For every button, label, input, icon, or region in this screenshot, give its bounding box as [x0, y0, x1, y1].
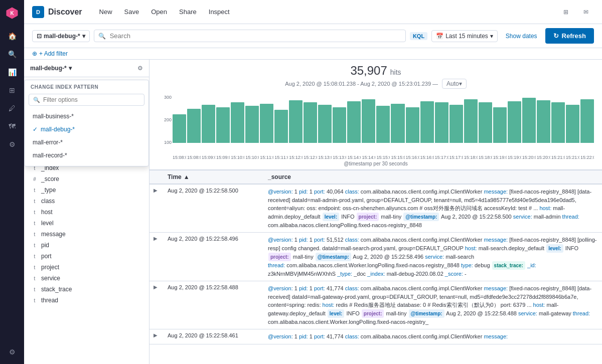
nav-visualize-icon[interactable]: 📊	[4, 64, 20, 80]
nav-settings-icon[interactable]: ⚙	[4, 344, 20, 360]
source-val: Aug 2, 2020 @ 15:22:58.496	[352, 254, 425, 260]
nav-canvas-icon[interactable]: 🖊	[4, 100, 20, 116]
y-label-0: 300	[158, 95, 172, 100]
chart-bar-4[interactable]	[231, 102, 244, 143]
chart-bar-16[interactable]	[406, 107, 419, 143]
nav-ml-icon[interactable]: ⚙	[4, 136, 20, 152]
chart-bar-24[interactable]	[522, 98, 536, 143]
chart-bar-18[interactable]	[435, 102, 448, 143]
auto-selector[interactable]: Auto ▾	[442, 79, 467, 89]
chart-x-label-23: 15:19:00	[508, 155, 521, 160]
chart-bar-20[interactable]	[464, 99, 478, 143]
index-option-2[interactable]: mall-error-*	[29, 136, 144, 149]
field-type-t7-icon: t	[31, 243, 38, 248]
row-expand-0[interactable]: ▶	[154, 188, 168, 193]
source-key: @version:	[268, 189, 293, 195]
field-service[interactable]: t service	[28, 273, 145, 284]
source-val: 1	[293, 333, 299, 339]
row-time-0: Aug 2, 2020 @ 15:22:58.500	[168, 188, 268, 194]
dashboard-icon[interactable]: ⊞	[558, 4, 574, 20]
sidebar-index-name[interactable]: mall-debug-* ▾	[30, 65, 72, 72]
chart-x-label-16: 15:16:00	[406, 155, 419, 160]
chart-bar-25[interactable]	[537, 100, 550, 143]
row-expand-3[interactable]: ▶	[154, 332, 168, 338]
field-port[interactable]: t port	[28, 251, 145, 262]
nav-dashboard-icon[interactable]: ⊞	[4, 82, 20, 98]
index-option-0[interactable]: mall-business-*	[29, 110, 144, 123]
row-expand-2[interactable]: ▶	[154, 284, 168, 290]
chart-bar-22[interactable]	[493, 107, 507, 143]
field-level[interactable]: t level	[28, 218, 145, 229]
source-val: 40,064	[325, 189, 345, 195]
refresh-button[interactable]: ↻ Refresh	[545, 28, 594, 44]
chart-bar-17[interactable]	[420, 101, 434, 143]
sidebar-gear-icon[interactable]: ⚙	[137, 65, 143, 72]
chart-bar-28[interactable]	[580, 99, 594, 143]
notifications-icon[interactable]: ✉	[578, 4, 594, 20]
field-host[interactable]: t host	[28, 207, 145, 218]
chart-bar-0[interactable]	[173, 114, 186, 143]
source-key: class:	[345, 237, 359, 243]
chart-bar-3[interactable]	[216, 107, 230, 143]
chart-bar-26[interactable]	[551, 102, 565, 143]
search-icon: 🔍	[98, 33, 106, 40]
nav-maps-icon[interactable]: 🗺	[4, 118, 20, 134]
chart-bar-19[interactable]	[449, 105, 463, 143]
show-dates-button[interactable]: Show dates	[502, 31, 541, 42]
chart-bar-14[interactable]	[376, 106, 390, 143]
menu-inspect[interactable]: Inspect	[204, 5, 235, 19]
search-input[interactable]	[110, 32, 401, 40]
chart-bar-21[interactable]	[479, 102, 492, 143]
field-message[interactable]: t message	[28, 229, 145, 240]
menu-save[interactable]: Save	[119, 5, 144, 19]
field-name-type: _type	[41, 187, 142, 194]
chart-x-label-19: 15:17:00	[449, 155, 463, 160]
nav-discover-icon[interactable]: 🔍	[4, 46, 20, 62]
field-class[interactable]: t class	[28, 196, 145, 207]
source-key: host:	[533, 302, 545, 308]
nav-home-icon[interactable]: 🏠	[4, 28, 20, 44]
add-filter-button[interactable]: ⊕ + Add filter	[32, 50, 68, 57]
field-project[interactable]: t project	[28, 262, 145, 273]
chart-bar-9[interactable]	[304, 102, 317, 143]
field-type[interactable]: t _type	[28, 185, 145, 196]
chart-bar-23[interactable]	[508, 101, 521, 143]
chart-bar-15[interactable]	[391, 104, 404, 143]
chart-bar-2[interactable]	[202, 105, 215, 143]
chart-bar-27[interactable]	[566, 105, 579, 143]
sidebar: mall-debug-* ▾ ⚙ CHANGE INDEX PATTERN 🔍 …	[24, 60, 149, 364]
field-thread[interactable]: t thread	[28, 295, 145, 306]
menu-share[interactable]: Share	[174, 5, 202, 19]
chart-bar-5[interactable]	[245, 106, 259, 143]
time-filter[interactable]: 📅 Last 15 minutes ▾	[431, 30, 498, 42]
field-pid[interactable]: t pid	[28, 240, 145, 251]
chart-bar-1[interactable]	[187, 109, 201, 143]
kql-badge[interactable]: KQL	[410, 32, 427, 40]
chart-x-label-7: 15:11:00	[274, 155, 288, 160]
hits-count: 35,907	[350, 64, 387, 78]
chart-bar-12[interactable]	[347, 101, 361, 143]
chart-bar-13[interactable]	[362, 99, 375, 143]
chart-bar-10[interactable]	[318, 105, 332, 143]
chart-bar-6[interactable]	[260, 104, 273, 143]
chart-bar-8[interactable]	[289, 100, 303, 143]
chart-bar-11[interactable]	[333, 107, 346, 143]
index-option-1[interactable]: ✓ mall-debug-*	[29, 123, 144, 136]
index-option-3[interactable]: mall-record-*	[29, 149, 144, 162]
index-selector[interactable]: ⊡ mall-debug-* ▾	[32, 30, 90, 42]
field-score[interactable]: # _score	[28, 173, 145, 185]
chart-bar-7[interactable]	[274, 110, 288, 143]
chart-x-label-28: 15:22:00	[580, 155, 594, 160]
page-title: Discover	[48, 8, 82, 17]
row-time-1: Aug 2, 2020 @ 15:22:58.496	[168, 236, 268, 242]
dropdown-filter-input[interactable]	[43, 96, 140, 103]
row-time-3: Aug 2, 2020 @ 15:22:58.461	[168, 332, 268, 338]
chart-x-label-25: 15:20:00	[537, 155, 550, 160]
field-stack-trace[interactable]: t stack_trace	[28, 284, 145, 295]
source-key: service:	[513, 214, 532, 220]
menu-new[interactable]: New	[94, 5, 117, 19]
col-time-header[interactable]: Time ▲	[168, 173, 268, 180]
menu-open[interactable]: Open	[146, 5, 172, 19]
row-expand-1[interactable]: ▶	[154, 236, 168, 241]
source-badge-project: project:	[357, 213, 379, 221]
